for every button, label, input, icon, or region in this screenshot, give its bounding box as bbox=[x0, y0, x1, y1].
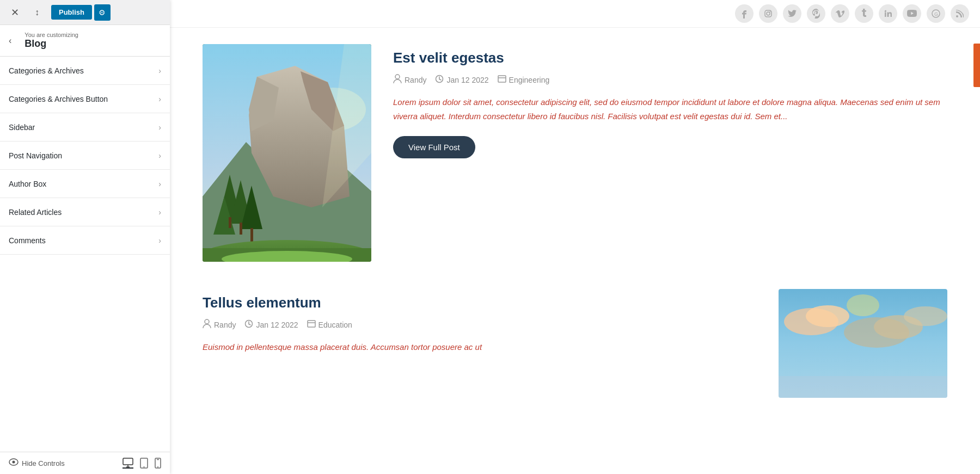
post-title-2: Tellus elementum bbox=[203, 294, 757, 311]
menu-item-categories-archives[interactable]: Categories & Archives › bbox=[0, 57, 170, 85]
menu-item-label: Categories & Archives Button bbox=[9, 95, 108, 103]
menu-item-label: Categories & Archives bbox=[9, 66, 84, 75]
svg-point-39 bbox=[205, 319, 209, 324]
linkedin-icon[interactable] bbox=[879, 4, 897, 23]
category-meta-2: Education bbox=[307, 320, 352, 329]
svg-rect-37 bbox=[498, 76, 506, 82]
post-excerpt-2: Euismod in pellentesque massa placerat d… bbox=[203, 340, 757, 354]
post-meta-1: Randy Jan 12 2022 bbox=[393, 74, 947, 85]
category-icon bbox=[498, 75, 506, 84]
menu-item-comments[interactable]: Comments › bbox=[0, 226, 170, 255]
preview-panel: G bbox=[170, 0, 980, 474]
post-meta-2: Randy Jan 12 2022 bbox=[203, 319, 757, 330]
hide-controls-button[interactable]: Hide Controls bbox=[9, 458, 65, 468]
breadcrumb: ‹ You are customizing Blog bbox=[0, 25, 170, 57]
author-icon bbox=[393, 74, 402, 85]
chevron-right-icon: › bbox=[158, 151, 161, 160]
svg-line-42 bbox=[249, 324, 250, 325]
menu-item-label: Comments bbox=[9, 236, 46, 245]
customizer-panel: ✕ ↕ Publish ⚙ ‹ You are customizing Blog… bbox=[0, 0, 170, 474]
post-date: Jan 12 2022 bbox=[446, 76, 488, 84]
posts-area: Est velit egestas Randy bbox=[170, 28, 980, 441]
svg-rect-27 bbox=[240, 223, 242, 235]
svg-point-47 bbox=[806, 305, 849, 327]
svg-text:G: G bbox=[934, 11, 938, 17]
svg-rect-28 bbox=[250, 228, 253, 242]
view-full-post-button[interactable]: View Full Post bbox=[393, 136, 475, 158]
chevron-right-icon: › bbox=[158, 180, 161, 188]
mobile-device-button[interactable] bbox=[155, 458, 161, 469]
post-card-1: Est velit egestas Randy bbox=[203, 44, 947, 262]
svg-point-6 bbox=[144, 466, 145, 467]
post-date-2: Jan 12 2022 bbox=[256, 321, 298, 329]
author-meta-2: Randy bbox=[203, 319, 236, 330]
author-name: Randy bbox=[405, 76, 426, 84]
youtube-icon[interactable] bbox=[903, 4, 921, 23]
tablet-device-button[interactable] bbox=[140, 458, 148, 469]
social-bar: G bbox=[170, 0, 980, 28]
date-meta: Jan 12 2022 bbox=[435, 75, 488, 85]
device-icons bbox=[122, 458, 161, 469]
post-category-2: Education bbox=[318, 321, 352, 329]
category-icon-2 bbox=[307, 320, 316, 329]
eye-icon bbox=[9, 458, 19, 468]
chevron-right-icon: › bbox=[158, 123, 161, 132]
facebook-icon[interactable] bbox=[735, 4, 754, 23]
menu-item-categories-archives-button[interactable]: Categories & Archives Button › bbox=[0, 85, 170, 113]
svg-line-36 bbox=[439, 79, 441, 81]
chevron-right-icon: › bbox=[158, 95, 161, 103]
chevron-right-icon: › bbox=[158, 66, 161, 75]
desktop-device-button[interactable] bbox=[122, 458, 133, 469]
svg-point-12 bbox=[770, 11, 771, 13]
clock-icon bbox=[435, 75, 444, 85]
google-icon[interactable]: G bbox=[927, 4, 945, 23]
menu-item-label: Related Articles bbox=[9, 208, 62, 217]
svg-point-1 bbox=[13, 461, 15, 464]
menu-item-label: Sidebar bbox=[9, 123, 35, 132]
category-meta: Engineering bbox=[498, 75, 550, 84]
back-chevron-icon: ‹ bbox=[9, 36, 11, 46]
settings-button[interactable]: ⚙ bbox=[94, 4, 111, 21]
post-image-1 bbox=[203, 44, 371, 262]
author-meta: Randy bbox=[393, 74, 426, 85]
menu-item-author-box[interactable]: Author Box › bbox=[0, 170, 170, 198]
bottom-bar: Hide Controls bbox=[0, 452, 170, 474]
rss-icon[interactable] bbox=[951, 4, 969, 23]
svg-rect-26 bbox=[229, 217, 231, 228]
svg-rect-52 bbox=[779, 376, 947, 398]
instagram-icon[interactable] bbox=[759, 4, 777, 23]
post-content-2: Tellus elementum Randy bbox=[203, 289, 757, 367]
svg-rect-2 bbox=[123, 458, 133, 465]
orange-accent-bar bbox=[973, 44, 980, 87]
pinterest-icon[interactable] bbox=[807, 4, 825, 23]
svg-point-8 bbox=[157, 466, 158, 467]
svg-point-33 bbox=[395, 75, 400, 79]
post-excerpt-1: Lorem ipsum dolor sit amet, consectetur … bbox=[393, 95, 947, 123]
author-icon-2 bbox=[203, 319, 211, 330]
close-button[interactable]: ✕ bbox=[7, 4, 23, 21]
menu-item-related-articles[interactable]: Related Articles › bbox=[0, 198, 170, 226]
hide-controls-label: Hide Controls bbox=[22, 459, 65, 467]
post-card-2: Tellus elementum Randy bbox=[203, 289, 947, 398]
menu-item-post-navigation[interactable]: Post Navigation › bbox=[0, 141, 170, 170]
back-link[interactable]: ‹ You are customizing Blog bbox=[9, 32, 161, 50]
vimeo-icon[interactable] bbox=[831, 4, 849, 23]
twitter-icon[interactable] bbox=[783, 4, 801, 23]
svg-point-11 bbox=[767, 12, 770, 15]
blog-title: Blog bbox=[24, 38, 46, 49]
publish-button[interactable]: Publish bbox=[51, 5, 92, 20]
post-image-2 bbox=[779, 289, 947, 398]
post-category: Engineering bbox=[509, 76, 550, 84]
reorder-button[interactable]: ↕ bbox=[27, 4, 47, 21]
clock-icon-2 bbox=[244, 319, 253, 330]
top-bar: ✕ ↕ Publish ⚙ bbox=[0, 0, 170, 25]
tumblr-icon[interactable] bbox=[855, 4, 873, 23]
customizing-label: You are customizing bbox=[24, 32, 78, 38]
menu-list: Categories & Archives › Categories & Arc… bbox=[0, 57, 170, 452]
date-meta-2: Jan 12 2022 bbox=[244, 319, 298, 330]
post-content-1: Est velit egestas Randy bbox=[393, 44, 947, 158]
menu-item-label: Post Navigation bbox=[9, 151, 62, 160]
svg-point-51 bbox=[847, 294, 879, 316]
menu-item-sidebar[interactable]: Sidebar › bbox=[0, 113, 170, 141]
chevron-right-icon: › bbox=[158, 208, 161, 217]
